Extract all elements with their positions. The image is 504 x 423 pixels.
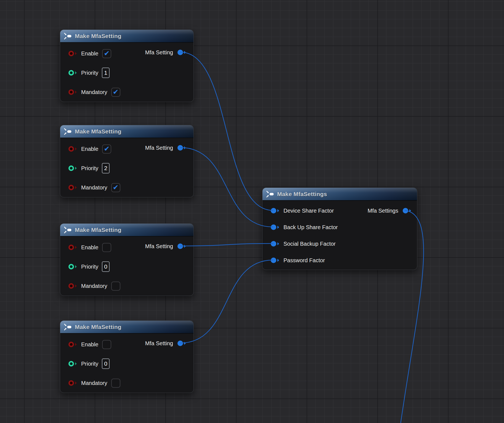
priority-pin[interactable] [68,361,77,367]
wire-3[interactable] [180,243,273,246]
wire-4[interactable] [180,260,273,343]
input-pin-label: Priority [81,70,98,76]
node-make-mfasetting-1[interactable]: Make MfaSetting Mfa Setting Enable ✔ Pri… [60,30,194,102]
node-title: Make MfaSettings [277,191,327,197]
node-make-mfasettings[interactable]: Make MfaSettings Mfa Settings Device Sha… [262,188,417,270]
node-title: Make MfaSetting [75,227,121,233]
mandatory-checkbox[interactable] [111,282,120,291]
priority-pin[interactable] [68,165,77,171]
node-title: Make MfaSetting [75,128,121,135]
mandatory-checkbox[interactable] [111,379,120,388]
input-pin-label: Enable [81,146,98,152]
mandatory-checkbox[interactable]: ✔ [111,183,120,192]
input-pin-label: Priority [81,361,98,367]
priority-pin[interactable] [68,264,77,270]
node-title: Make MfaSetting [75,324,121,330]
input-pin-label: Mandatory [81,380,107,386]
enable-pin[interactable] [68,244,77,250]
input-pin-label: Password Factor [283,257,325,264]
input-pin-label: Mandatory [81,283,107,289]
node-make-mfasetting-2[interactable]: Make MfaSetting Mfa Setting Enable ✔ Pri… [60,125,194,197]
priority-value-field[interactable]: 0 [102,358,110,369]
checkmark: ✔ [113,89,119,95]
enable-checkbox[interactable]: ✔ [102,49,111,58]
mandatory-pin[interactable] [68,184,77,191]
make-struct-icon [64,128,72,135]
make-struct-icon [64,324,72,330]
checkmark: ✔ [113,184,119,191]
make-struct-icon [64,33,72,39]
node-header[interactable]: Make MfaSetting [60,224,193,237]
input-pin-label: Device Share Factor [283,208,334,214]
enable-pin[interactable] [68,50,77,57]
input-pin-label: Back Up Share Factor [283,224,338,231]
make-struct-icon [64,227,72,233]
mandatory-checkbox[interactable]: ✔ [111,88,120,97]
input-pin-label: Enable [81,50,98,57]
input-pin-label: Enable [81,244,98,251]
node-header[interactable]: Make MfaSettings [262,188,417,201]
checkmark: ✔ [104,145,110,152]
checkmark: ✔ [104,50,110,57]
enable-checkbox[interactable]: ✔ [102,144,111,154]
enable-checkbox[interactable] [102,243,111,252]
make-struct-icon [266,191,274,197]
input-pin-label: Enable [81,341,98,348]
priority-pin[interactable] [68,70,77,76]
wire-2[interactable] [180,148,273,227]
input-pin-label: Social Backup Factor [283,241,336,247]
node-header[interactable]: Make MfaSetting [60,30,193,43]
enable-pin[interactable] [68,341,77,347]
priority-value-field[interactable]: 2 [102,163,110,173]
node-header[interactable]: Make MfaSetting [60,321,193,334]
input-pin-label: Priority [81,264,98,270]
node-title: Make MfaSetting [75,33,121,39]
mandatory-pin[interactable] [68,283,77,289]
priority-value-field[interactable]: 1 [102,68,110,78]
enable-checkbox[interactable] [102,340,111,349]
input-pin-label: Priority [81,165,98,172]
priority-value-field[interactable]: 0 [102,261,110,272]
enable-pin[interactable] [68,146,77,152]
input-pin-label: Mandatory [81,89,107,95]
mandatory-pin[interactable] [68,380,77,386]
mandatory-pin[interactable] [68,89,77,95]
node-make-mfasetting-3[interactable]: Make MfaSetting Mfa Setting Enable Prior… [60,223,194,296]
input-pin-label: Mandatory [81,184,107,191]
node-header[interactable]: Make MfaSetting [60,125,193,138]
blueprint-graph-canvas[interactable]: Make MfaSetting Mfa Setting Enable ✔ Pri… [0,0,504,423]
node-make-mfasetting-4[interactable]: Make MfaSetting Mfa Setting Enable Prior… [60,320,194,393]
